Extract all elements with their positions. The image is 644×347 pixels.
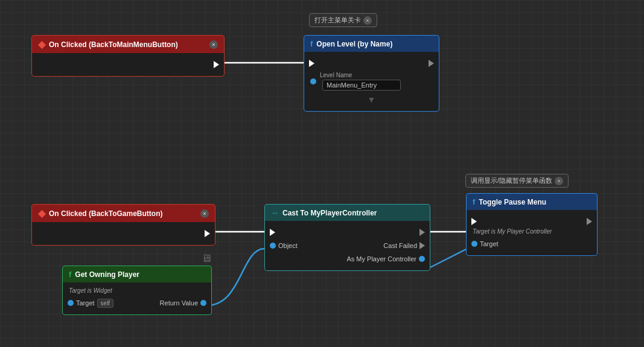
target-label-get: Target: [76, 299, 95, 307]
func-icon-toggle: f: [473, 197, 475, 206]
target-pin-toggle[interactable]: [471, 241, 477, 247]
exec-in-toggle[interactable]: [471, 218, 477, 225]
node-on-clicked-game: ◆ On Clicked (BackToGameButton) ×: [31, 204, 215, 246]
toggle-subtitle: Target is My Player Controller: [467, 228, 597, 237]
node-title-main: On Clicked (BackToMainMenuButton): [49, 40, 178, 49]
node-get-owning-player: 🖥 f Get Owning Player Target is Widget T…: [62, 266, 212, 315]
node-title-open-level: Open Level (by Name): [316, 40, 392, 48]
node-title-cast: Cast To MyPlayerController: [282, 209, 377, 217]
comment-toggle-pause: 调用显示/隐藏暂停菜单函数 ×: [465, 174, 569, 188]
return-pin-get[interactable]: [200, 300, 206, 306]
exec-out-pin-game[interactable]: [205, 230, 210, 237]
comment-close-btn-2[interactable]: ×: [555, 177, 563, 185]
node-title-game: On Clicked (BackToGameButton): [49, 209, 162, 218]
exec-out-toggle[interactable]: [587, 218, 592, 225]
comment-close-btn[interactable]: ×: [363, 16, 372, 25]
as-controller-label: As My Player Controller: [346, 255, 416, 263]
comment-label-2: 调用显示/隐藏暂停菜单函数: [471, 176, 552, 185]
node-cast-player-controller: ↔ Cast To MyPlayerController Object Cast…: [264, 204, 430, 271]
svg-line-3: [430, 249, 466, 267]
return-label-get: Return Value: [160, 299, 198, 307]
node-close-game[interactable]: ×: [200, 209, 209, 218]
exec-in-open-level[interactable]: [309, 60, 314, 67]
cast-failed-label: Cast Failed: [383, 242, 417, 249]
event-icon-2: ◆: [38, 208, 45, 219]
level-name-label: Level Name: [320, 72, 401, 78]
comment-label: 打开主菜单关卡: [314, 16, 361, 25]
as-controller-pin[interactable]: [419, 256, 425, 262]
func-icon-open: f: [310, 39, 313, 48]
node-title-get: Get Owning Player: [75, 270, 139, 279]
self-badge: self: [97, 299, 114, 308]
object-pin[interactable]: [270, 243, 276, 249]
node-title-toggle: Toggle Pause Menu: [479, 198, 546, 206]
node-toggle-pause: f Toggle Pause Menu Target is My Player …: [466, 193, 598, 256]
target-label-toggle: Target: [480, 240, 499, 247]
exec-out-open-level[interactable]: [429, 60, 434, 67]
target-pin-get[interactable]: [68, 300, 74, 306]
get-subtitle: Target is Widget: [63, 287, 211, 296]
func-icon-get: f: [69, 270, 71, 279]
exec-out-cast[interactable]: [419, 229, 425, 236]
object-label: Object: [278, 242, 298, 249]
monitor-icon: 🖥: [201, 252, 212, 265]
level-name-pin[interactable]: [310, 78, 316, 84]
event-icon: ◆: [38, 39, 45, 50]
node-open-level: f Open Level (by Name) Level Name ▼: [304, 35, 439, 112]
comment-open-main-menu: 打开主菜单关卡 ×: [309, 13, 377, 27]
cast-failed-pin[interactable]: [419, 242, 425, 249]
node-on-clicked-main: ◆ On Clicked (BackToMainMenuButton) ×: [31, 35, 225, 77]
level-name-input[interactable]: [322, 80, 401, 91]
exec-in-cast[interactable]: [270, 229, 275, 236]
exec-out-pin-main[interactable]: [214, 61, 219, 68]
node-close-main[interactable]: ×: [209, 40, 218, 49]
cast-icon: ↔: [271, 208, 279, 217]
